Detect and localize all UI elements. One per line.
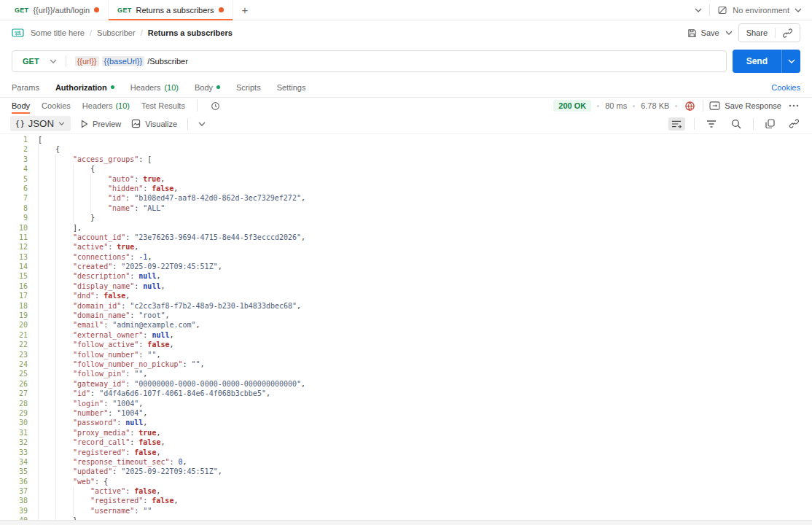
tab-bar-right: No environment [695,0,812,20]
token: "password" [73,418,117,427]
request-section-tab-settings[interactable]: Settings [277,83,306,92]
code-line: 17"dnd": false, [0,291,812,300]
filter-button[interactable] [703,117,719,131]
tabs-overflow-button[interactable] [695,8,702,12]
tab-label: Body [12,101,30,110]
new-tab-button[interactable]: + [233,0,257,20]
breadcrumb-item[interactable]: Subscriber [97,28,136,37]
token: "root" [138,311,165,320]
environment-selector[interactable]: No environment [717,5,802,15]
token: "follow_number_no_pickup" [73,359,183,369]
line-number: 11 [0,233,28,242]
breadcrumb-item[interactable]: Returns a subscribers [148,28,233,37]
request-section-tab-headers[interactable]: Headers(10) [130,83,179,92]
chevron-down-icon [50,59,57,63]
copy-button[interactable] [762,117,778,131]
code-line: 37"active": false, [0,486,812,496]
line-number: 19 [0,311,28,320]
token: "" [192,359,200,369]
line-content: "password": null, [28,418,147,427]
method-selector[interactable]: GET [12,57,66,66]
viewer-more-formats-button[interactable] [198,122,206,126]
dot-separator [633,105,635,107]
code-line: 8"name": "ALL" [0,203,812,213]
response-tab-headers[interactable]: Headers(10) [82,98,130,114]
line-content: "username": "" [28,506,152,516]
wrap-lines-button[interactable] [668,117,685,131]
viewer-toolbar: { } JSON Preview Visualize [0,114,812,134]
response-tab-body[interactable]: Body [12,98,30,114]
code-line: 24"follow_number_no_pickup": "", [0,359,812,369]
save-response-button[interactable]: Save Response [709,101,781,110]
token: -1 [138,252,147,262]
request-section-tab-authorization[interactable]: Authorization [55,83,114,92]
indent-guides [38,340,73,349]
response-time[interactable]: 80 ms [605,101,627,110]
wrap-lines-icon [671,120,682,128]
token: : [130,428,138,438]
indent-guides [38,144,55,154]
code-line: 30"password": null, [0,418,812,427]
copy-link-button[interactable] [776,24,800,42]
response-size[interactable]: 6.78 KB [641,101,669,110]
request-section-tab-scripts[interactable]: Scripts [236,83,261,92]
response-tab-cookies[interactable]: Cookies [42,98,71,114]
save-button[interactable]: Save [687,28,719,38]
horizontal-scrollbar[interactable] [0,520,812,525]
cookies-link[interactable]: Cookies [771,83,800,92]
send-button[interactable]: Send [733,50,781,73]
share-button[interactable]: Share [739,24,775,42]
tab-count: (10) [115,101,130,110]
token: : [130,311,138,320]
divider [694,118,695,130]
token: "domain_id" [73,301,121,311]
request-section-tab-params[interactable]: Params [12,83,39,92]
tab-bar: GET{{url}}/auth/loginGETReturns a subscr… [0,0,812,20]
line-number: 37 [0,486,28,496]
response-tab-test-results[interactable]: Test Results [141,98,185,114]
ssl-warning-globe-icon [684,101,695,112]
indent-guides [38,477,73,486]
breadcrumb-item[interactable]: Some title here [31,28,85,37]
line-number: 31 [0,428,28,438]
green-dot-icon [216,85,220,89]
ssl-warning-button[interactable] [683,99,697,113]
response-body-viewer[interactable]: 1[2{3"access_groups": [4{5"auto": true,6… [0,134,812,520]
token: "23e76263-9694-4715-8e44-5f3ecccd2026" [134,233,301,242]
request-tab[interactable]: GET{{url}}/auth/login [6,0,109,20]
preview-button[interactable]: Preview [81,120,121,128]
response-history-button[interactable] [209,100,222,112]
save-options-button[interactable] [725,31,733,35]
save-icon [687,28,697,38]
request-section-tab-body[interactable]: Body [195,83,220,92]
line-number: 6 [0,184,28,193]
copy-link-button[interactable] [786,117,802,131]
token: , [125,291,130,300]
status-badge[interactable]: 200 OK [553,100,591,112]
token: : [143,184,152,193]
line-number: 4 [0,164,28,174]
search-icon [731,119,741,129]
token: : [134,174,143,184]
token: "updated" [73,467,112,476]
line-number: 5 [0,174,28,184]
token: "access_groups" [73,155,138,164]
token: "" [143,506,152,516]
search-button[interactable] [728,117,744,131]
token: , [156,486,160,496]
line-content: ], [28,223,82,233]
request-tab[interactable]: GETReturns a subscribers [109,0,233,20]
token: : [125,379,134,389]
more-options-button[interactable] [787,103,800,109]
token: , [169,340,173,349]
indent-guides [38,233,73,242]
filter-icon [706,120,717,128]
visualize-button[interactable]: Visualize [131,119,177,128]
url-input[interactable]: {{url}}{{baseUrl}}/Subscriber [66,56,726,66]
line-number: 28 [0,399,28,408]
format-selector[interactable]: { } JSON [10,116,71,131]
send-options-button[interactable] [781,50,800,73]
line-number: 1 [0,135,28,144]
indent-guides [38,155,73,164]
token: false [152,496,173,505]
